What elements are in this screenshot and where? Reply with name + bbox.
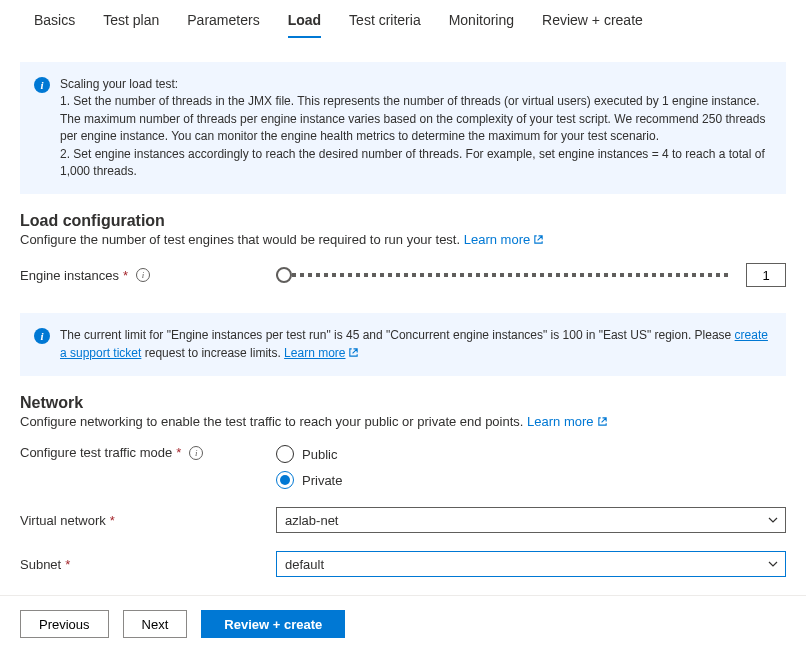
section-title-load-config: Load configuration [20,212,786,230]
label-text: Configure test traffic mode [20,445,172,460]
load-config-desc-text: Configure the number of test engines tha… [20,232,464,247]
tab-test-criteria[interactable]: Test criteria [335,4,435,38]
external-link-icon [597,416,608,427]
info-scaling-title: Scaling your load test: [60,76,770,93]
slider-thumb[interactable] [276,267,292,283]
external-link-icon [348,347,359,358]
subnet-select[interactable]: default [276,551,786,577]
traffic-mode-label: Configure test traffic mode * i [20,445,276,460]
radio-label: Public [302,447,337,462]
footer: Previous Next Review + create [0,596,806,658]
section-desc-load-config: Configure the number of test engines tha… [20,232,786,247]
required-asterisk: * [65,557,70,572]
engine-instances-label: Engine instances * i [20,268,276,283]
select-value: azlab-net [285,513,338,528]
learn-more-link-limit[interactable]: Learn more [284,346,359,360]
chevron-down-icon [767,514,779,526]
field-subnet: Subnet * default [20,551,786,577]
learn-more-text: Learn more [464,232,530,247]
label-text: Virtual network [20,513,106,528]
info-text: Scaling your load test: 1. Set the numbe… [60,76,770,180]
learn-more-link-load[interactable]: Learn more [464,232,544,247]
required-asterisk: * [123,268,128,283]
section-title-network: Network [20,394,786,412]
next-button[interactable]: Next [123,610,188,638]
info-icon: i [34,328,50,344]
field-engine-instances: Engine instances * i [20,263,786,287]
tab-parameters[interactable]: Parameters [173,4,273,38]
info-box-scaling: i Scaling your load test: 1. Set the num… [20,62,786,194]
limit-mid: request to increase limits. [141,346,284,360]
info-scaling-line2: 2. Set engine instances accordingly to r… [60,147,765,178]
vnet-label: Virtual network * [20,513,276,528]
radio-private[interactable]: Private [276,471,342,489]
radio-label: Private [302,473,342,488]
info-text: The current limit for "Engine instances … [60,327,770,362]
engine-instances-slider-wrap [276,263,786,287]
field-vnet: Virtual network * azlab-net [20,507,786,533]
required-asterisk: * [110,513,115,528]
slider-track [276,273,732,277]
tab-review[interactable]: Review + create [528,4,657,38]
engine-instances-slider[interactable] [276,266,732,284]
traffic-mode-radio-group: Public Private [276,445,342,489]
learn-more-link-network[interactable]: Learn more [527,414,607,429]
tab-monitoring[interactable]: Monitoring [435,4,528,38]
network-desc-text: Configure networking to enable the test … [20,414,527,429]
previous-button[interactable]: Previous [20,610,109,638]
learn-more-text: Learn more [527,414,593,429]
radio-icon [276,445,294,463]
info-scaling-line1: 1. Set the number of threads in the JMX … [60,94,765,143]
chevron-down-icon [767,558,779,570]
radio-icon [276,471,294,489]
review-create-button[interactable]: Review + create [201,610,345,638]
tab-test-plan[interactable]: Test plan [89,4,173,38]
learn-more-text: Learn more [284,346,345,360]
tab-load[interactable]: Load [274,4,335,38]
radio-public[interactable]: Public [276,445,342,463]
select-value: default [285,557,324,572]
tab-basics[interactable]: Basics [20,4,89,38]
info-icon: i [34,77,50,93]
subnet-label: Subnet * [20,557,276,572]
field-traffic-mode: Configure test traffic mode * i Public P… [20,445,786,489]
engine-instances-input[interactable] [746,263,786,287]
tab-bar: Basics Test plan Parameters Load Test cr… [0,0,806,38]
external-link-icon [533,234,544,245]
limit-pre: The current limit for "Engine instances … [60,328,735,342]
label-text: Subnet [20,557,61,572]
label-text: Engine instances [20,268,119,283]
vnet-select[interactable]: azlab-net [276,507,786,533]
required-asterisk: * [176,445,181,460]
info-box-limit: i The current limit for "Engine instance… [20,313,786,376]
info-icon[interactable]: i [136,268,150,282]
info-icon[interactable]: i [189,446,203,460]
section-desc-network: Configure networking to enable the test … [20,414,786,429]
